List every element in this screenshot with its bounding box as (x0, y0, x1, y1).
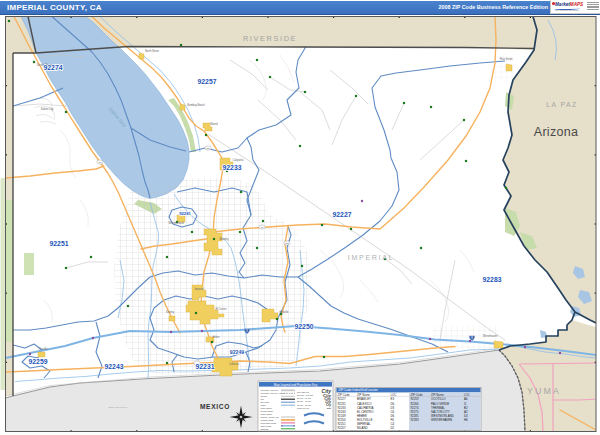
town-marker (403, 102, 405, 104)
place-name: Ocotillo (39, 347, 48, 351)
table-column-header: ZIP Code (411, 393, 424, 397)
town-marker (33, 61, 35, 63)
place-name: Holtville (279, 310, 289, 314)
city-ocotillo (38, 352, 45, 357)
city-palo-verde (506, 64, 512, 71)
town-marker (465, 160, 467, 162)
town-marker (65, 267, 67, 269)
city-bombay-beach (180, 104, 185, 110)
zip-label: 92283 (483, 276, 502, 283)
town-marker (65, 111, 67, 113)
place-name: Imperial (194, 287, 204, 291)
legend-box: Map Legend and Population Key Interstate… (258, 381, 333, 431)
legend-row-label: Limited Access Hwy (261, 416, 280, 418)
place-name: Heber (212, 335, 219, 339)
region-label-riverside: RIVERSIDE (243, 34, 297, 43)
west-park-strip (6, 200, 14, 342)
town-marker (195, 312, 197, 314)
town-marker (301, 265, 303, 267)
place-name: Calexico (229, 362, 240, 366)
legend-row-label: Secondary Road (261, 422, 277, 424)
town-marker (463, 119, 465, 121)
legend-row-label: Interstate Hwy/Fwy (261, 389, 280, 391)
table-cell: D2 (391, 426, 395, 430)
legend-row-label: Place Name (261, 407, 273, 409)
interchange-marker (92, 337, 94, 339)
region-label-la-paz: LA PAZ (546, 101, 578, 108)
town-marker (262, 220, 264, 222)
town-marker (205, 134, 207, 136)
zip-label: 92231 (196, 363, 215, 370)
zip-index-table: ZIP Code Index/Grid Locator ZIP CodeZIP … (336, 388, 481, 431)
region-label-baja-california: Baja California (109, 406, 128, 409)
town-marker (127, 305, 129, 307)
table-cell: 92283 (411, 418, 419, 422)
region-label-yuma: YUMA (527, 386, 561, 396)
place-name: Niland (210, 122, 218, 126)
zip-label: 92227 (333, 211, 352, 218)
town-marker (239, 231, 241, 233)
legend-row-label: Railroad (261, 428, 270, 430)
table-column-header: LOC (464, 393, 470, 397)
region-label-mexico: MEXICO (200, 403, 230, 410)
table-column-header: ZIP Name (357, 393, 370, 397)
interchange-marker (469, 340, 471, 342)
table-cell: H6 (464, 418, 468, 422)
place-name: North Shore (145, 49, 160, 53)
city-north-shore (139, 53, 144, 59)
town-marker (240, 191, 242, 193)
zip-label: 92249 (230, 349, 245, 355)
interchange-marker (524, 346, 526, 348)
place-name: Winterhaven (483, 334, 498, 338)
town-marker (256, 59, 258, 61)
zip-label: 92233 (223, 164, 242, 171)
legend-row-label: Primary Road (261, 419, 275, 421)
place-name: Bombay Beach (187, 103, 205, 107)
town-marker (420, 247, 422, 249)
town-marker (211, 341, 213, 343)
west-park-patch (24, 253, 34, 275)
logo-smallprint (587, 2, 599, 12)
zip-label: 92257 (198, 78, 217, 85)
legend-row-label: Other Road (261, 425, 273, 427)
legend-row-label: ZIP Code (261, 401, 271, 403)
place-name: Salton City (41, 107, 54, 111)
town-marker (299, 145, 301, 147)
town-marker (90, 256, 92, 258)
town-marker (213, 238, 215, 240)
legend-row-label: Water (261, 404, 267, 406)
table-column-header: ZIP Name (431, 393, 444, 397)
city-seeley (169, 316, 175, 321)
place-name: Calipatria (233, 158, 245, 162)
publisher-logo: MarketMAPS The Mapping Specialists (550, 0, 600, 14)
table-cell: NILAND (357, 426, 368, 430)
town-marker (166, 362, 168, 364)
county-map: 86111789811588 Desert ShoresSalton CityN… (0, 0, 600, 435)
legend-title: Map Legend and Population Key (274, 383, 318, 387)
city-winterhaven (494, 341, 503, 348)
zip-label: 92243 (105, 363, 124, 370)
interchange-marker (170, 331, 172, 333)
town-marker (321, 224, 323, 226)
zip-label: 92251 (50, 240, 69, 247)
zip-label: 92259 (29, 358, 48, 365)
town-marker (430, 106, 432, 108)
logo-tagline: The Mapping Specialists (555, 9, 579, 11)
city-westmorland (177, 215, 185, 222)
town-marker (350, 228, 352, 230)
region-label-arizona: Arizona (534, 125, 578, 139)
town-marker (355, 95, 357, 97)
zip-label: 92274 (44, 64, 63, 71)
town-marker (323, 356, 325, 358)
interchange-marker (559, 352, 561, 354)
zip-label: 92281 (179, 211, 191, 216)
table-cell: 92257 (338, 426, 346, 430)
town-marker (191, 231, 193, 233)
interchange-marker (201, 330, 203, 332)
place-name: Seeley (166, 310, 175, 314)
region-label-imperial: IMPERIAL (348, 253, 394, 262)
place-name: Palo Verde (500, 57, 513, 61)
place-name: Westmorland (168, 221, 184, 225)
legend-row-label: Water Name (261, 413, 273, 415)
legend-city-sample: City (327, 407, 332, 409)
